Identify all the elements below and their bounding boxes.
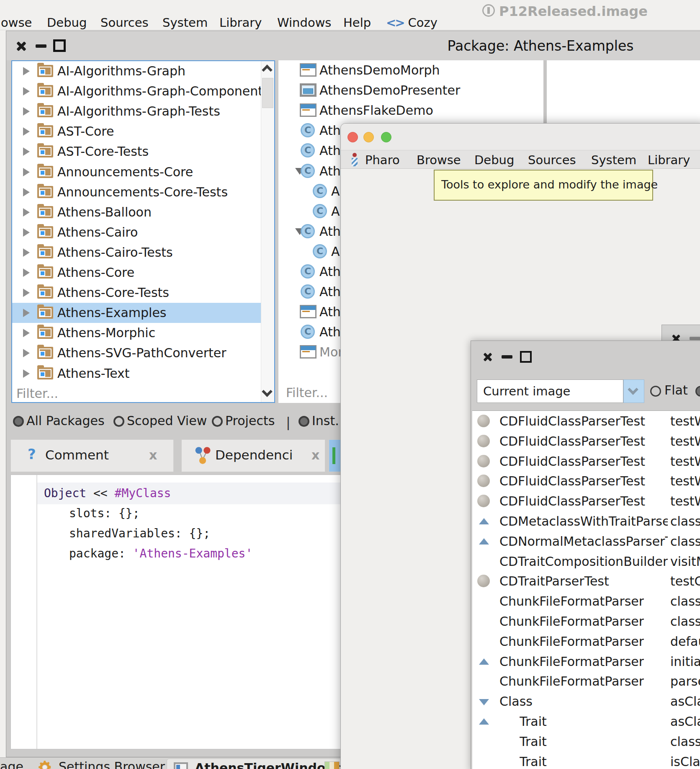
expand-arrow-icon[interactable] [23, 329, 30, 337]
expand-arrow-icon[interactable] [23, 107, 30, 116]
method-list-row[interactable]: CDFluidClassParserTesttestW [472, 431, 700, 451]
taskbar-item-fragment[interactable]: age [0, 759, 23, 769]
menu-item-system[interactable]: System [162, 15, 208, 30]
method-list-row[interactable]: CDMetaclassWithTraitParserTestclass [472, 511, 700, 531]
tab-comment[interactable]: ? Comment x [10, 439, 174, 472]
close-tab-icon[interactable]: x [311, 450, 322, 461]
package-tree-item-athens-examples[interactable]: Athens-Examples [12, 303, 265, 323]
package-tree-item-athens-morphic[interactable]: Athens-Morphic [12, 323, 265, 343]
method-list-row[interactable]: CDFluidClassParserTesttestW [472, 451, 700, 471]
tree-scrollbar[interactable] [261, 61, 274, 402]
package-tree-item-athens-core-tests[interactable]: Athens-Core-Tests [12, 283, 265, 303]
class-list-item[interactable]: AthensDemoPresenter [278, 80, 543, 101]
expand-arrow-icon[interactable] [23, 168, 30, 176]
method-list-row[interactable]: TraitasCla [472, 711, 700, 731]
pharo-titlebar[interactable] [341, 124, 700, 150]
scroll-up-icon[interactable] [262, 65, 272, 75]
expand-arrow-icon[interactable] [23, 188, 30, 196]
expand-arrow-icon[interactable] [23, 228, 30, 237]
method-list-row[interactable]: Traitclass [472, 731, 700, 751]
minimize-icon[interactable] [36, 44, 46, 48]
menu-item-library[interactable]: Library [219, 15, 262, 30]
pharo-menu-item-system[interactable]: System [591, 153, 636, 167]
radio-scoped-view[interactable] [113, 416, 124, 427]
maximize-icon[interactable] [53, 39, 66, 52]
package-tree-item-ai-algorithms-graph-components[interactable]: AI-Algorithms-Graph-Components [12, 81, 265, 101]
menu-item-owse[interactable]: owse [1, 15, 32, 30]
expand-arrow-icon[interactable] [23, 369, 30, 378]
scrollbar-thumb[interactable] [262, 78, 273, 108]
package-tree-item-athens-text[interactable]: Athens-Text [12, 364, 265, 384]
minimize-icon[interactable] [690, 337, 700, 340]
class-filter-input[interactable]: Filter... [286, 385, 328, 400]
method-list-row[interactable]: CDTraitParserTesttestC [472, 571, 700, 591]
expand-arrow-icon[interactable] [23, 87, 30, 95]
radio-view-option-partial[interactable] [695, 386, 700, 397]
method-list-row[interactable]: CDFluidClassParserTesttestW [472, 471, 700, 491]
package-tree-item-athens-cairo-tests[interactable]: Athens-Cairo-Tests [12, 243, 265, 263]
pharo-menu-item-pharo[interactable]: Pharo [365, 153, 400, 167]
package-tree-item-ast-core[interactable]: AST-Core [12, 121, 265, 142]
close-traffic-icon[interactable] [347, 132, 358, 142]
method-list-row[interactable]: CDFluidClassParserTesttestW [472, 491, 700, 511]
expand-arrow-icon[interactable] [23, 349, 30, 357]
chevron-down-icon[interactable] [623, 379, 644, 403]
tab-dependencies[interactable]: Dependenci x [181, 439, 325, 472]
minimize-traffic-icon[interactable] [363, 132, 374, 142]
expand-arrow-icon[interactable] [23, 289, 30, 297]
package-tree-item-athens-balloon[interactable]: Athens-Balloon [12, 202, 265, 222]
pharo-menu-item-library[interactable]: Library [648, 153, 690, 167]
expand-arrow-icon[interactable] [23, 248, 30, 257]
menu-item-help[interactable]: Help [343, 15, 371, 30]
pharo-menu-item-browse[interactable]: Browse [417, 153, 461, 167]
expand-arrow-icon[interactable] [23, 268, 30, 277]
minimize-icon[interactable] [502, 355, 512, 359]
method-list-row[interactable]: CDNormalMetaclassParserTestclass [472, 531, 700, 551]
class-list-item[interactable]: AthensDemoMorph [278, 60, 543, 80]
radio-projects[interactable] [212, 416, 223, 427]
expand-arrow-icon[interactable] [23, 309, 30, 317]
package-window-titlebar[interactable]: Package: Athens-Examples [6, 31, 700, 60]
package-tree-item-athens-cairo[interactable]: Athens-Cairo [12, 222, 265, 243]
menu-item-cozy[interactable]: <>Cozy [386, 15, 438, 30]
package-tree-item-ai-algorithms-graph-tests[interactable]: AI-Algorithms-Graph-Tests [12, 101, 265, 121]
zoom-traffic-icon[interactable] [381, 132, 391, 142]
method-list-row[interactable]: TraitisCla [472, 751, 700, 769]
package-filter-input[interactable]: Filter... [16, 386, 58, 401]
menu-item-debug[interactable]: Debug [47, 15, 87, 30]
package-tree-item-announcements-core[interactable]: Announcements-Core [12, 162, 265, 182]
package-tree-item-ai-algorithms-graph[interactable]: AI-Algorithms-Graph [12, 61, 265, 81]
taskbar-item-active[interactable]: AthensTigerWindow>>rc [167, 759, 342, 769]
pharo-menu-item-sources[interactable]: Sources [528, 153, 576, 167]
menu-item-windows[interactable]: Windows [277, 15, 331, 30]
expand-arrow-icon[interactable] [23, 208, 30, 217]
radio-all-packages[interactable] [13, 416, 24, 427]
taskbar-item-settings-browser[interactable]: Settings Browser [59, 759, 165, 769]
expand-arrow-icon[interactable] [23, 127, 30, 136]
close-icon[interactable] [483, 352, 492, 361]
maximize-icon[interactable] [520, 351, 532, 363]
scope-dropdown[interactable]: Current image [477, 379, 623, 403]
class-list-item[interactable]: AthensFlakeDemo [278, 101, 543, 121]
package-tree-item-announcements-core-tests[interactable]: Announcements-Core-Tests [12, 182, 265, 202]
method-list-row[interactable]: CDTraitCompositionBuildervisitM [472, 551, 700, 571]
scroll-down-icon[interactable] [262, 386, 272, 397]
close-icon[interactable] [16, 41, 26, 51]
menu-item-sources[interactable]: Sources [100, 15, 149, 30]
package-tree-item-ast-core-tests[interactable]: AST-Core-Tests [12, 142, 265, 162]
package-tree-item-athens-core[interactable]: Athens-Core [12, 263, 265, 283]
method-list-row[interactable]: ChunkFileFormatParserinitia [472, 651, 700, 671]
expand-arrow-icon[interactable] [23, 147, 30, 156]
method-list-row[interactable]: ClassasCla [472, 691, 700, 711]
method-list-row[interactable]: ChunkFileFormatParserparse [472, 671, 700, 691]
expand-arrow-icon[interactable] [23, 67, 30, 75]
radio-flat[interactable] [650, 386, 661, 397]
method-list-row[interactable]: ChunkFileFormatParserclass [472, 591, 700, 611]
method-list-row[interactable]: ChunkFileFormatParserdefau [472, 631, 700, 651]
radio-inst-[interactable] [299, 416, 309, 427]
method-list-row[interactable]: CDFluidClassParserTesttestW [472, 411, 700, 431]
close-tab-icon[interactable]: x [149, 450, 160, 461]
method-list-row[interactable]: ChunkFileFormatParserclass [472, 611, 700, 631]
pharo-menu-item-debug[interactable]: Debug [474, 153, 514, 167]
package-tree-item-athens-svg-pathconverter[interactable]: Athens-SVG-PathConverter [12, 343, 265, 363]
